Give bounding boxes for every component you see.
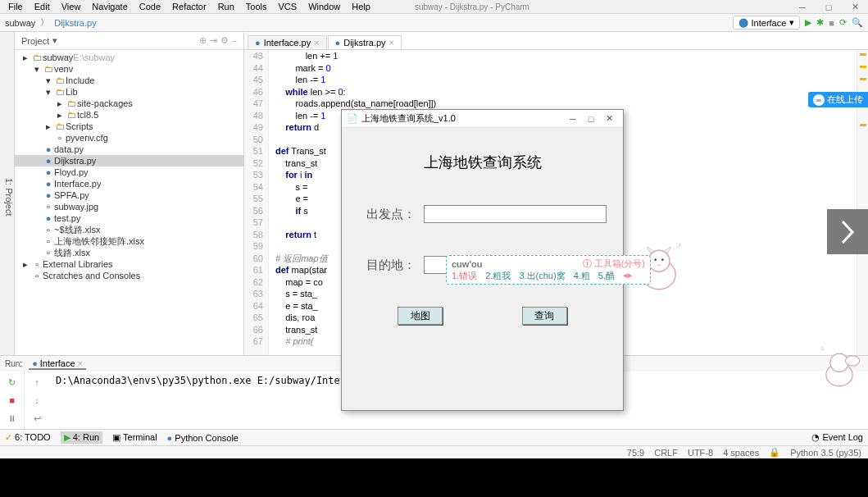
collapse-icon[interactable]: ⇥ bbox=[210, 35, 217, 46]
breadcrumb-bar: subway 〉 Dijkstra.py ⬤ Interface ▾ ▶ ✱ ■… bbox=[0, 14, 868, 32]
close-icon[interactable]: ✕ bbox=[600, 113, 618, 124]
run-tool[interactable]: ▶ 4: Run bbox=[61, 431, 102, 444]
ime-input: cuw'ou bbox=[452, 259, 482, 269]
left-tool-strip: 1: Project 7: Structure bbox=[0, 32, 15, 355]
ime-popup[interactable]: cuw'ou ⓘ 工具箱(分号) 1.错误 2.粗我 3.出(chu)窝 4.粗… bbox=[446, 255, 651, 285]
line-separator[interactable]: CRLF bbox=[654, 448, 678, 458]
run-icon[interactable]: ▶ bbox=[805, 17, 811, 28]
maximize-icon[interactable]: □ bbox=[816, 0, 842, 14]
menu-file[interactable]: File bbox=[3, 2, 28, 11]
down-icon[interactable]: ↓ bbox=[30, 393, 44, 408]
menu-run[interactable]: Run bbox=[213, 2, 239, 11]
tree-node[interactable]: ▫ 上海地铁邻接矩阵.xlsx bbox=[15, 235, 243, 247]
tree-node[interactable]: ● test.py bbox=[15, 212, 243, 224]
tree-node[interactable]: ● Floyd.py bbox=[15, 166, 243, 178]
lock-icon[interactable]: 🔒 bbox=[769, 447, 780, 458]
menu-vcs[interactable]: VCS bbox=[274, 2, 302, 11]
close-tab-icon[interactable]: × bbox=[314, 38, 319, 48]
from-input[interactable] bbox=[424, 205, 607, 223]
pause-icon[interactable]: ⏸ bbox=[5, 411, 20, 426]
project-panel-title: Project bbox=[21, 36, 49, 46]
todo-tool[interactable]: ✓ 6: TODO bbox=[5, 432, 51, 443]
next-button[interactable] bbox=[827, 209, 868, 254]
tree-node[interactable]: ▫ 线路.xlsx bbox=[15, 247, 243, 258]
menubar: File Edit View Navigate Code Refactor Ru… bbox=[0, 0, 868, 14]
close-icon[interactable]: ✕ bbox=[842, 0, 868, 14]
minimize-icon[interactable]: ─ bbox=[789, 0, 816, 14]
from-label: 出发点： bbox=[358, 207, 416, 222]
breadcrumb-file[interactable]: Dijkstra.py bbox=[54, 18, 96, 28]
menu-view[interactable]: View bbox=[57, 2, 86, 11]
python-icon: ● bbox=[335, 38, 341, 48]
project-tool-tab[interactable]: 1: Project bbox=[4, 178, 14, 216]
tree-node[interactable]: ▸🗀 subway E:\subway bbox=[15, 52, 243, 63]
project-panel: Project ▾ ⊕ ⇥ ⚙ − ▸🗀 subway E:\subway▾🗀 … bbox=[15, 32, 244, 355]
terminal-tool[interactable]: ▣ Terminal bbox=[112, 432, 157, 443]
tree-node[interactable]: ● Dijkstra.py bbox=[15, 155, 243, 166]
tree-node[interactable]: ▾🗀 Include bbox=[15, 75, 243, 86]
pyconsole-tool[interactable]: ● Python Console bbox=[167, 433, 239, 443]
maximize-icon[interactable]: □ bbox=[582, 114, 600, 124]
tree-node[interactable]: ▸🗀 Scripts bbox=[15, 121, 243, 132]
menu-navigate[interactable]: Navigate bbox=[87, 2, 132, 11]
map-button[interactable]: 地图 bbox=[398, 307, 443, 325]
python-icon: ⬤ bbox=[738, 17, 748, 28]
ime-candidates[interactable]: 1.错误 2.粗我 3.出(chu)窝 4.粗 5.醋 ◂▸ bbox=[452, 270, 645, 282]
ime-hint: ⓘ 工具箱(分号) bbox=[583, 258, 645, 270]
target-icon[interactable]: ⊕ bbox=[199, 35, 207, 46]
gear-icon[interactable]: ⚙ bbox=[220, 35, 229, 46]
chevron-down-icon[interactable]: ▾ bbox=[52, 35, 57, 46]
query-button[interactable]: 查询 bbox=[522, 307, 567, 325]
tree-node[interactable]: ● data.py bbox=[15, 144, 243, 155]
menu-tools[interactable]: Tools bbox=[241, 2, 272, 11]
indent[interactable]: 4 spaces bbox=[723, 448, 759, 458]
tree-node[interactable]: ▾🗀 venv bbox=[15, 63, 243, 75]
tree-node[interactable]: ▸🗀 tcl8.5 bbox=[15, 109, 243, 121]
dialog-title: 上海地铁查询系统_v1.0 bbox=[361, 112, 456, 125]
tree-node[interactable]: ▫ pyvenv.cfg bbox=[15, 132, 243, 144]
tree-node[interactable]: ▾🗀 Lib bbox=[15, 86, 243, 98]
run-config-dropdown[interactable]: ⬤ Interface ▾ bbox=[733, 16, 801, 30]
eventlog-tool[interactable]: ◔ Event Log bbox=[811, 432, 863, 443]
tree-node[interactable]: ▫ subway.jpg bbox=[15, 201, 243, 212]
project-tree[interactable]: ▸🗀 subway E:\subway▾🗀 venv▾🗀 Include▾🗀 L… bbox=[15, 50, 243, 283]
tree-node[interactable]: ▫ ~$线路.xlsx bbox=[15, 224, 243, 235]
minimize-icon[interactable]: ─ bbox=[564, 114, 582, 124]
cloud-upload-badge[interactable]: ∞ 在线上传 bbox=[808, 92, 868, 107]
menu-code[interactable]: Code bbox=[134, 2, 166, 11]
tree-node[interactable]: ▫ Scratches and Consoles bbox=[15, 270, 243, 281]
tree-node[interactable]: ● Interface.py bbox=[15, 178, 243, 189]
vcs-icon[interactable]: ⟳ bbox=[839, 17, 847, 28]
tree-node[interactable]: ● SPFA.py bbox=[15, 189, 243, 201]
tree-node[interactable]: ▸▫ External Libraries bbox=[15, 258, 243, 270]
rerun-icon[interactable]: ↻ bbox=[5, 375, 20, 390]
menu-refactor[interactable]: Refactor bbox=[167, 2, 211, 11]
interpreter[interactable]: Python 3.5 (py35) bbox=[790, 448, 861, 458]
tab-dijkstra[interactable]: ● Dijkstra.py × bbox=[328, 35, 402, 49]
run-tab[interactable]: ● Interface × bbox=[29, 358, 86, 370]
search-icon[interactable]: 🔍 bbox=[852, 17, 863, 28]
dialog-heading: 上海地铁查询系统 bbox=[358, 153, 607, 172]
encoding[interactable]: UTF-8 bbox=[688, 448, 713, 458]
stop-icon[interactable]: ■ bbox=[5, 393, 20, 408]
tree-node[interactable]: ▸🗀 site-packages bbox=[15, 98, 243, 109]
tab-interface[interactable]: ● Interface.py × bbox=[248, 35, 327, 49]
close-tab-icon[interactable]: × bbox=[389, 38, 394, 48]
statusbar: 75:9 CRLF UTF-8 4 spaces 🔒 Python 3.5 (p… bbox=[0, 445, 868, 458]
stop-icon[interactable]: ■ bbox=[829, 18, 834, 28]
hide-icon[interactable]: − bbox=[232, 36, 237, 46]
wrap-icon[interactable]: ↩ bbox=[30, 411, 44, 426]
to-label: 目的地： bbox=[358, 258, 416, 273]
ime-nav-icon[interactable]: ◂▸ bbox=[623, 270, 633, 282]
menu-edit[interactable]: Edit bbox=[30, 2, 55, 11]
breadcrumb-project[interactable]: subway bbox=[5, 18, 35, 28]
debug-icon[interactable]: ✱ bbox=[816, 17, 824, 28]
close-icon[interactable]: × bbox=[78, 358, 83, 368]
menu-window[interactable]: Window bbox=[303, 2, 345, 11]
menu-help[interactable]: Help bbox=[347, 2, 375, 11]
app-icon: 📄 bbox=[347, 113, 358, 124]
bottom-toolbar: ✓ 6: TODO ▶ 4: Run ▣ Terminal ● Python C… bbox=[0, 429, 868, 445]
up-icon[interactable]: ↑ bbox=[30, 375, 44, 390]
python-icon: ● bbox=[32, 358, 38, 368]
cloud-icon: ∞ bbox=[813, 94, 825, 106]
